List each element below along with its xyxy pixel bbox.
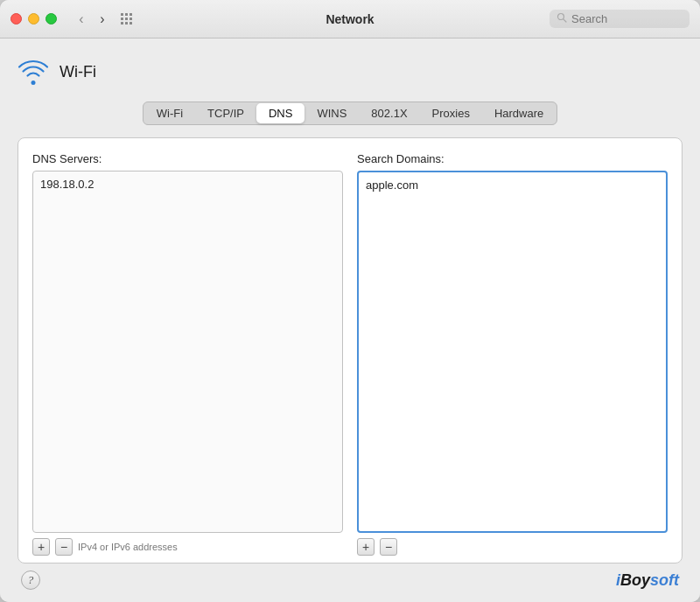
logo-suffix: soft <box>650 571 679 589</box>
help-button[interactable]: ? <box>21 570 40 590</box>
svg-rect-5 <box>130 18 132 20</box>
search-domains-label: Search Domains: <box>357 152 668 165</box>
titlebar: ‹ › Network <box>0 0 700 38</box>
tab-8021x[interactable]: 802.1X <box>359 103 419 123</box>
wifi-header: Wi-Fi <box>18 56 682 88</box>
svg-rect-7 <box>125 22 128 24</box>
traffic-lights <box>10 13 57 24</box>
close-button[interactable] <box>10 13 22 24</box>
svg-line-10 <box>564 19 566 22</box>
search-icon <box>556 12 567 25</box>
list-item: apple.com <box>366 178 659 192</box>
svg-rect-3 <box>121 18 123 20</box>
dns-servers-col: DNS Servers: 198.18.0.2 + − IPv4 or IPv6… <box>32 152 343 556</box>
tab-wins[interactable]: WINS <box>304 103 359 123</box>
dns-panel: DNS Servers: 198.18.0.2 + − IPv4 or IPv6… <box>18 137 682 564</box>
dns-add-button[interactable]: + <box>32 538 50 556</box>
svg-rect-6 <box>121 22 123 24</box>
svg-rect-2 <box>130 13 132 16</box>
tab-dns[interactable]: DNS <box>256 103 304 123</box>
wifi-label: Wi-Fi <box>60 63 96 81</box>
search-input[interactable] <box>571 12 682 25</box>
bottom-bar: ? iBoysoft <box>18 564 682 593</box>
search-domain-add-button[interactable]: + <box>357 538 374 556</box>
svg-rect-8 <box>130 22 132 24</box>
nav-arrows: ‹ › <box>73 10 111 28</box>
search-domains-list[interactable]: apple.com <box>357 171 668 533</box>
dns-hint: IPv4 or IPv6 addresses <box>78 542 178 552</box>
forward-button[interactable]: › <box>94 10 111 28</box>
maximize-button[interactable] <box>46 13 57 24</box>
tabs-container: Wi-Fi TCP/IP DNS WINS 802.1X Proxies Har… <box>18 102 682 125</box>
dns-servers-footer: + − IPv4 or IPv6 addresses <box>32 538 343 556</box>
svg-rect-0 <box>121 13 123 16</box>
search-domain-remove-button[interactable]: − <box>380 538 397 556</box>
tab-hardware[interactable]: Hardware <box>482 103 556 123</box>
window: ‹ › Network <box>0 0 700 602</box>
dns-servers-list[interactable]: 198.18.0.2 <box>32 171 343 533</box>
grid-icon[interactable] <box>120 12 134 26</box>
panels-row: DNS Servers: 198.18.0.2 + − IPv4 or IPv6… <box>32 152 668 556</box>
tab-wifi[interactable]: Wi-Fi <box>144 103 195 123</box>
content-area: Wi-Fi Wi-Fi TCP/IP DNS WINS 802.1X Proxi… <box>0 38 700 602</box>
iboysoft-logo: iBoysoft <box>616 571 679 590</box>
search-domains-col: Search Domains: apple.com + − <box>357 152 668 556</box>
search-domains-footer: + − <box>357 538 668 556</box>
window-title: Network <box>326 12 374 26</box>
tab-tcpip[interactable]: TCP/IP <box>195 103 256 123</box>
svg-rect-4 <box>125 18 128 20</box>
dns-remove-button[interactable]: − <box>55 538 73 556</box>
back-button[interactable]: ‹ <box>73 10 90 28</box>
list-item: 198.18.0.2 <box>40 177 335 192</box>
wifi-icon <box>18 56 49 88</box>
minimize-button[interactable] <box>28 13 39 24</box>
logo-name: Boy <box>620 571 650 589</box>
tab-proxies[interactable]: Proxies <box>420 103 482 123</box>
svg-rect-1 <box>125 13 128 16</box>
tabs: Wi-Fi TCP/IP DNS WINS 802.1X Proxies Har… <box>143 102 558 125</box>
dns-servers-label: DNS Servers: <box>32 152 343 165</box>
search-box[interactable] <box>550 10 690 28</box>
